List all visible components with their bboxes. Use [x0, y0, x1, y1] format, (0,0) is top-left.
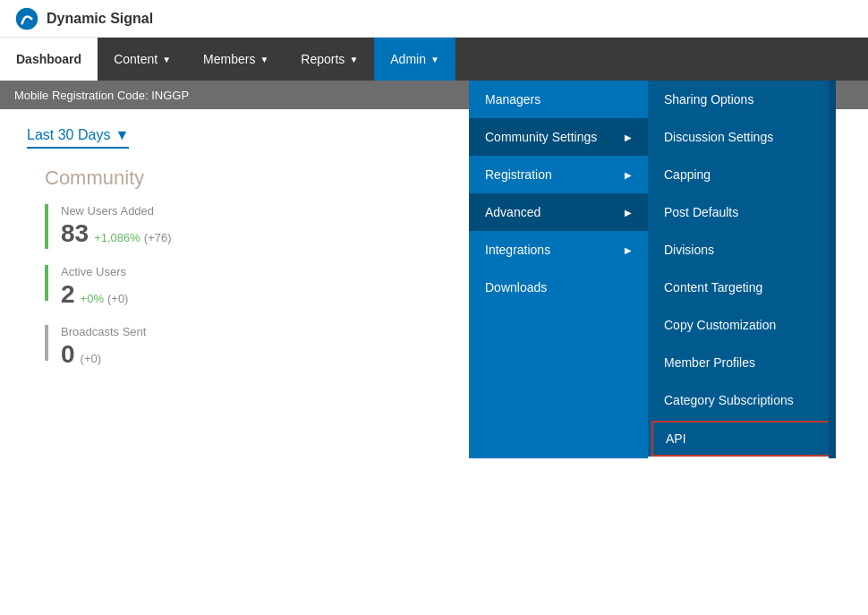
admin-menu-post-defaults[interactable]: Post Defaults — [648, 193, 836, 231]
stat-change-suffix-active-users: (+0) — [107, 292, 128, 305]
stat-label-new-users: New Users Added — [61, 204, 172, 218]
nav-members[interactable]: Members ▼ — [187, 38, 285, 81]
admin-menu-integrations[interactable]: Integrations ▶ — [469, 231, 648, 269]
stat-border-broadcasts — [45, 325, 48, 361]
admin-dropdown-primary: Managers Community Settings ▶ Registrati… — [469, 81, 648, 458]
advanced-caret: ▶ — [625, 208, 632, 218]
members-caret: ▼ — [260, 55, 268, 64]
stat-change-active-users: +0% — [81, 292, 104, 305]
stat-info-broadcasts: Broadcasts Sent 0 (+0) — [61, 325, 146, 369]
stat-value-new-users: 83 — [61, 219, 89, 248]
integrations-caret: ▶ — [625, 245, 632, 255]
community-settings-caret: ▶ — [625, 132, 632, 142]
admin-caret: ▼ — [430, 55, 439, 64]
logo-text: Dynamic Signal — [47, 11, 153, 27]
stat-change-suffix-broadcasts: (+0) — [81, 352, 101, 365]
nav-bar: Dashboard Content ▼ Members ▼ Reports ▼ … — [0, 38, 868, 81]
admin-menu-category-subscriptions[interactable]: Category Subscriptions — [648, 381, 836, 419]
admin-menu-content-targeting[interactable]: Content Targeting — [648, 269, 836, 306]
stat-value-active-users: 2 — [61, 280, 75, 309]
admin-menu-community-settings[interactable]: Community Settings ▶ — [469, 118, 648, 156]
admin-menu-managers[interactable]: Managers — [469, 81, 648, 118]
admin-menu-registration[interactable]: Registration ▶ — [469, 156, 648, 193]
svg-point-0 — [16, 7, 38, 30]
stat-value-broadcasts: 0 — [61, 340, 75, 369]
admin-menu-discussion-settings[interactable]: Discussion Settings — [648, 118, 836, 156]
nav-dashboard[interactable]: Dashboard — [0, 38, 98, 81]
stat-change-new-users: +1,086% — [94, 231, 140, 244]
nav-admin[interactable]: Admin ▼ — [374, 38, 455, 81]
admin-menu-advanced[interactable]: Advanced ▶ — [469, 193, 648, 231]
admin-menu-capping[interactable]: Capping — [648, 156, 836, 193]
admin-dropdown: Managers Community Settings ▶ Registrati… — [469, 81, 836, 458]
stat-info-active-users: Active Users 2 +0% (+0) — [61, 265, 128, 309]
top-header: Dynamic Signal — [0, 0, 868, 38]
registration-caret: ▶ — [625, 170, 632, 180]
nav-reports[interactable]: Reports ▼ — [285, 38, 374, 81]
admin-menu-copy-customization[interactable]: Copy Customization — [648, 306, 836, 344]
secondary-scrollbar[interactable] — [829, 81, 836, 458]
stat-border-active-users — [45, 265, 48, 301]
admin-menu-divisions[interactable]: Divisions — [648, 231, 836, 269]
nav-content[interactable]: Content ▼ — [98, 38, 187, 81]
logo-area: Dynamic Signal — [14, 6, 153, 31]
logo-icon — [14, 6, 39, 31]
admin-dropdown-secondary-wrapper: Sharing Options Discussion Settings Capp… — [648, 81, 836, 458]
admin-menu-downloads[interactable]: Downloads — [469, 269, 648, 306]
admin-dropdown-secondary: Sharing Options Discussion Settings Capp… — [648, 81, 836, 457]
stat-border-new-users — [45, 204, 48, 249]
admin-menu-sharing-options[interactable]: Sharing Options — [648, 81, 836, 118]
stat-label-active-users: Active Users — [61, 265, 128, 278]
admin-menu-api[interactable]: API — [651, 421, 832, 457]
stat-info-new-users: New Users Added 83 +1,086% (+76) — [61, 204, 172, 248]
reports-caret: ▼ — [349, 55, 358, 64]
admin-menu-member-profiles[interactable]: Member Profiles — [648, 344, 836, 381]
date-filter-caret: ▼ — [115, 127, 129, 143]
date-filter[interactable]: Last 30 Days ▼ — [27, 127, 129, 149]
stat-change-suffix-new-users: (+76) — [144, 231, 172, 244]
stat-label-broadcasts: Broadcasts Sent — [61, 325, 146, 338]
content-caret: ▼ — [162, 55, 171, 64]
